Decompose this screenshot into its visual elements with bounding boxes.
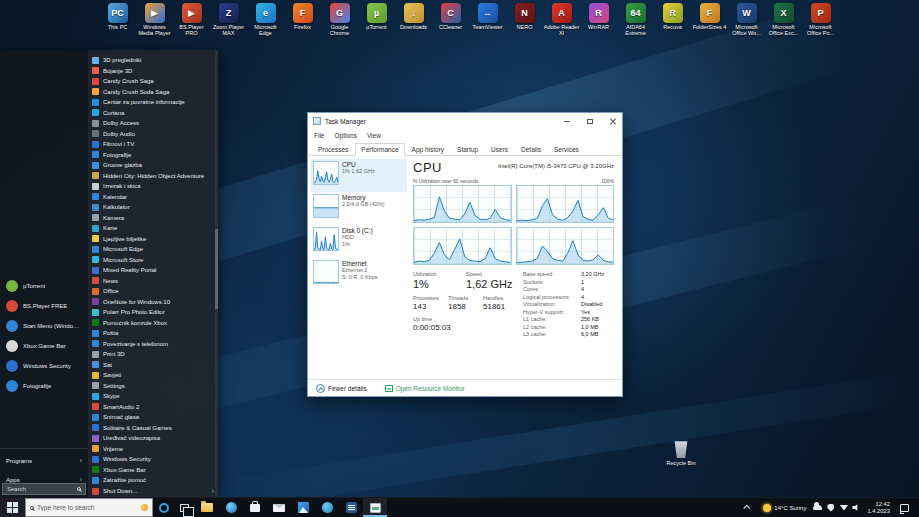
mail-button[interactable] <box>267 498 291 517</box>
task-manager-button[interactable] <box>363 498 387 517</box>
start-menu-app-item[interactable]: Cortana <box>88 108 218 119</box>
start-button[interactable] <box>0 498 25 517</box>
start-menu-app-item[interactable]: Polarr Pro Photo Editor <box>88 307 218 318</box>
task-view-button[interactable] <box>174 498 195 517</box>
start-menu-app-item[interactable]: Savjeti <box>88 370 218 381</box>
start-menu-app-item[interactable]: Povezivanje s telefonom <box>88 339 218 350</box>
start-menu-app-item[interactable]: Pomoćnik konzole Xbox <box>88 318 218 329</box>
start-menu-app-item[interactable]: Vrijeme <box>88 444 218 455</box>
weather-widget[interactable]: 14°C Sunny <box>758 504 811 512</box>
word-button[interactable] <box>339 498 363 517</box>
start-menu-app-item[interactable]: News <box>88 276 218 287</box>
desktop-icon-teamviewer[interactable]: ↔ TeamViewer <box>469 3 506 37</box>
start-menu-app-item[interactable]: Karte <box>88 223 218 234</box>
minimize-button[interactable] <box>557 113 576 129</box>
start-menu-app-item[interactable]: Candy Crush Soda Saga <box>88 87 218 98</box>
desktop-icon-nero[interactable]: N NERO <box>506 3 543 37</box>
fewer-details-button[interactable]: Fewer details <box>316 384 367 393</box>
start-menu-app-item[interactable]: Fotografije <box>88 150 218 161</box>
tab-processes[interactable]: Processes <box>312 143 354 155</box>
desktop-icon-utorrent[interactable]: µ µTorrent <box>358 3 395 37</box>
desktop-icon-bsplayer-pro[interactable]: ▶ BS.Player PRO <box>173 3 210 37</box>
wifi-tray-button[interactable] <box>837 505 850 511</box>
start-menu-app-item[interactable]: Xbox Game Bar <box>88 465 218 476</box>
start-menu-app-item[interactable]: Dolby Audio <box>88 129 218 140</box>
start-menu-pinned-item[interactable]: Xbox Game Bar <box>0 336 88 356</box>
sidebar-item-ethernet[interactable]: Ethernet Ethernet 2 S: 0 R: 0 Kbps <box>311 258 407 291</box>
cortana-button[interactable] <box>153 498 174 517</box>
start-menu-app-item[interactable]: Bojanje 3D <box>88 66 218 77</box>
start-menu-app-item[interactable]: Settings <box>88 381 218 392</box>
store-button[interactable] <box>243 498 267 517</box>
tab-services[interactable]: Services <box>548 143 585 155</box>
desktop-icon-recuva[interactable]: R Recuva <box>654 3 691 37</box>
desktop-icon-adobe-reader-xi[interactable]: A Adobe Reader XI <box>543 3 580 37</box>
start-menu-app-item[interactable]: Office <box>88 286 218 297</box>
start-menu-pinned-item[interactable]: BS.Player FREE <box>0 296 88 316</box>
skype-button[interactable] <box>315 498 339 517</box>
close-button[interactable] <box>603 113 622 129</box>
maximize-button[interactable] <box>580 113 599 129</box>
start-menu-app-item[interactable]: Microsoft Edge <box>88 244 218 255</box>
desktop-icon-microsoft-office-word[interactable]: W Microsoft Office Wo... <box>728 3 765 37</box>
start-menu-app-item[interactable]: Kalkulator <box>88 202 218 213</box>
action-center-button[interactable] <box>894 504 915 512</box>
start-menu-app-item[interactable]: Groove glazba <box>88 160 218 171</box>
start-menu-search-input[interactable]: Search <box>2 483 86 495</box>
file-explorer-button[interactable] <box>195 498 219 517</box>
volume-tray-button[interactable] <box>850 504 863 511</box>
start-menu-app-item[interactable]: Windows Security <box>88 454 218 465</box>
desktop-icon-winrar[interactable]: R WinRAR <box>580 3 617 37</box>
tab-app-history[interactable]: App history <box>406 143 451 155</box>
desktop-icon-firefox[interactable]: F Firefox <box>284 3 321 37</box>
desktop-icon-foldersizes-4[interactable]: F FolderSizes 4 <box>691 3 728 37</box>
start-menu-app-item[interactable]: Uređivač videozapisa <box>88 433 218 444</box>
start-menu-app-item[interactable]: Snimač glasa <box>88 412 218 423</box>
menu-file[interactable]: File <box>314 132 324 139</box>
start-menu-pinned-item[interactable]: Windows Security <box>0 356 88 376</box>
desktop-icon-zoom-player-max[interactable]: Z Zoom Player MAX <box>210 3 247 37</box>
start-menu-app-item[interactable]: Skype <box>88 391 218 402</box>
edge-button[interactable] <box>219 498 243 517</box>
desktop-icon-aida64-extreme[interactable]: 64 AIDA64 Extreme <box>617 3 654 37</box>
desktop-icon-google-chrome[interactable]: G Google Chrome <box>321 3 358 37</box>
start-menu-app-item[interactable]: Mixed Reality Portal <box>88 265 218 276</box>
scrollbar-thumb[interactable] <box>215 229 218 309</box>
photos-button[interactable] <box>291 498 315 517</box>
tab-users[interactable]: Users <box>485 143 514 155</box>
start-menu-app-item[interactable]: Sat <box>88 360 218 371</box>
start-menu-app-item[interactable]: Kalendar <box>88 192 218 203</box>
start-menu-app-item[interactable]: Microsoft Store <box>88 255 218 266</box>
start-menu-app-item[interactable]: Dolby Access <box>88 118 218 129</box>
start-menu-app-item[interactable]: Izrezak i skica <box>88 181 218 192</box>
tray-expand-button[interactable] <box>737 505 758 510</box>
cloud-tray-button[interactable] <box>811 505 824 510</box>
start-menu-app-item[interactable]: Pošta <box>88 328 218 339</box>
start-menu-app-item[interactable]: Hidden City: Hidden Object Adventure <box>88 171 218 182</box>
open-resource-monitor-link[interactable]: Open Resource Monitor <box>385 385 465 392</box>
tab-details[interactable]: Details <box>515 143 547 155</box>
start-menu-app-item[interactable]: Solitaire & Casual Games <box>88 423 218 434</box>
tab-startup[interactable]: Startup <box>451 143 484 155</box>
desktop-icon-ccleaner[interactable]: C CCleaner <box>432 3 469 37</box>
title-bar[interactable]: Task Manager <box>308 113 622 129</box>
sidebar-item-disk[interactable]: Disk 0 (C:) HDD 1% <box>311 225 407 258</box>
desktop-icon-windows-media-player[interactable]: ▶ Windows Media Player <box>136 3 173 37</box>
desktop-icon-microsoft-office-powerpoint[interactable]: P Microsoft Office Po... <box>802 3 839 37</box>
start-menu-app-item[interactable]: Candy Crush Saga <box>88 76 218 87</box>
start-menu-item-shut-down[interactable]: Shut Down... <box>88 486 218 497</box>
start-menu-app-item[interactable]: Zatražite pomoć <box>88 475 218 486</box>
menu-options[interactable]: Options <box>334 132 356 139</box>
start-menu-app-item[interactable]: 3D pregledniki <box>88 55 218 66</box>
start-menu-app-item[interactable]: Filmovi i TV <box>88 139 218 150</box>
start-menu-folder-item[interactable]: Programs <box>0 451 88 470</box>
start-menu-app-item[interactable]: OneNote for Windows 10 <box>88 297 218 308</box>
sidebar-item-cpu[interactable]: CPU 1% 1,62 GHz <box>311 159 407 192</box>
start-menu-app-item[interactable]: Kamera <box>88 213 218 224</box>
sidebar-item-memory[interactable]: Memory 2,0/4,0 GB (42%) <box>311 192 407 225</box>
desktop-icon-downloads[interactable]: ↓ Downloads <box>395 3 432 37</box>
taskbar-clock[interactable]: 12:42 1.4.2023 <box>863 501 894 515</box>
start-menu-pinned-item[interactable]: Fotografije <box>0 376 88 396</box>
start-menu-app-item[interactable]: SmartAudio 2 <box>88 402 218 413</box>
tab-performance[interactable]: Performance <box>355 143 404 156</box>
